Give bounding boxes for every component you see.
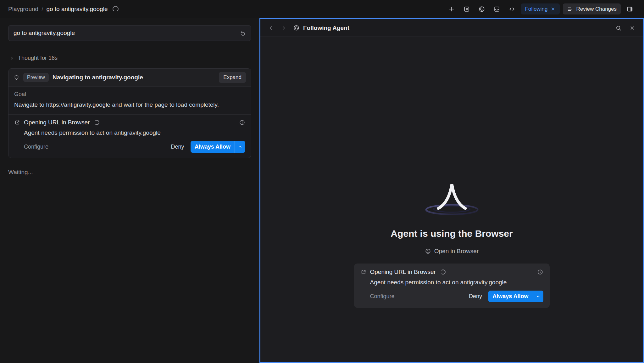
permission-actions: Configure Deny Always Allow bbox=[370, 291, 543, 302]
breadcrumb: Playground / go to antigravity.google bbox=[8, 6, 119, 13]
new-conversation-button[interactable] bbox=[446, 4, 458, 14]
goal-section: Goal Navigate to https://antigravity.goo… bbox=[8, 87, 251, 115]
permission-text: Agent needs permission to act on antigra… bbox=[370, 279, 543, 286]
move-to-editor-icon bbox=[463, 6, 470, 13]
code-icon bbox=[508, 6, 515, 13]
chevron-up-icon[interactable] bbox=[235, 141, 245, 153]
diff-list-icon bbox=[567, 6, 573, 12]
app-root: Playground / go to antigravity.google Fo… bbox=[0, 0, 644, 363]
close-icon[interactable] bbox=[550, 6, 556, 12]
task-card-header: Preview Navigating to antigravity.google… bbox=[8, 69, 251, 87]
following-agent-panel: Following Agent bbox=[259, 18, 644, 363]
goal-label: Goal bbox=[14, 91, 245, 98]
breadcrumb-root[interactable]: Playground bbox=[8, 6, 38, 13]
inbox-icon bbox=[493, 6, 500, 13]
forward-button[interactable] bbox=[279, 23, 289, 33]
topbar: Playground / go to antigravity.google Fo… bbox=[0, 0, 644, 18]
permission-card: Opening URL in Browser Agent needs permi… bbox=[354, 264, 550, 308]
chevron-up-icon[interactable] bbox=[533, 291, 543, 302]
preview-badge: Preview bbox=[23, 73, 49, 82]
browser-status-block: Agent is using the Browser Open in Brows… bbox=[354, 179, 550, 308]
close-panel-button[interactable] bbox=[627, 23, 637, 33]
main-split: Thought for 16s Preview Navigating to an… bbox=[0, 18, 644, 363]
status-text: Waiting... bbox=[8, 169, 251, 176]
loading-spinner-icon bbox=[441, 269, 446, 275]
antigravity-logo bbox=[419, 179, 485, 218]
task-card: Preview Navigating to antigravity.google… bbox=[8, 68, 251, 158]
following-chip[interactable]: Following bbox=[521, 3, 560, 14]
step-title: Opening URL in Browser bbox=[24, 119, 90, 126]
agent-panel-body: Agent is using the Browser Open in Brows… bbox=[260, 37, 643, 362]
agent-spiral-icon bbox=[478, 6, 485, 13]
info-icon[interactable] bbox=[239, 119, 245, 126]
close-icon bbox=[629, 25, 636, 31]
task-title: Navigating to antigravity.google bbox=[53, 74, 143, 81]
step-title-row: Opening URL in Browser bbox=[360, 269, 543, 275]
undo-icon bbox=[240, 30, 246, 37]
task-progress-spinner-icon bbox=[113, 6, 119, 12]
external-link-icon bbox=[360, 269, 367, 275]
always-allow-label: Always Allow bbox=[191, 141, 235, 153]
breadcrumb-current[interactable]: go to antigravity.google bbox=[46, 6, 108, 13]
thought-toggle[interactable]: Thought for 16s bbox=[9, 55, 251, 61]
step-title: Opening URL in Browser bbox=[370, 269, 436, 275]
agent-manager-button[interactable] bbox=[476, 4, 488, 14]
agent-browser-headline: Agent is using the Browser bbox=[391, 228, 513, 239]
following-label: Following bbox=[525, 6, 548, 12]
breadcrumb-separator: / bbox=[42, 6, 43, 13]
topbar-actions: Following Review Changes bbox=[446, 3, 636, 14]
deny-button[interactable]: Deny bbox=[170, 142, 186, 152]
external-link-icon bbox=[14, 119, 20, 126]
open-in-browser-label: Open in Browser bbox=[434, 248, 479, 255]
step-title-row: Opening URL in Browser bbox=[14, 119, 245, 126]
agent-header-actions bbox=[613, 23, 637, 33]
agent-title-wrap: Following Agent bbox=[293, 25, 349, 31]
layout-panel-icon bbox=[626, 6, 633, 13]
chevron-right-icon bbox=[280, 25, 287, 31]
review-changes-label: Review Changes bbox=[576, 6, 617, 12]
chevron-left-icon bbox=[268, 25, 274, 31]
configure-link[interactable]: Configure bbox=[24, 144, 48, 150]
browser-spiral-icon bbox=[425, 248, 431, 254]
configure-link[interactable]: Configure bbox=[370, 293, 395, 300]
always-allow-label: Always Allow bbox=[488, 291, 532, 302]
prompt-box bbox=[8, 25, 251, 41]
info-icon[interactable] bbox=[537, 269, 543, 275]
goal-text: Navigate to https://antigravity.google a… bbox=[14, 100, 245, 109]
browser-step: Opening URL in Browser Agent needs permi… bbox=[8, 115, 251, 158]
permission-buttons: Deny Always Allow bbox=[468, 291, 543, 302]
shield-icon bbox=[14, 75, 19, 81]
permission-actions: Configure Deny Always Allow bbox=[24, 141, 245, 153]
deny-button[interactable]: Deny bbox=[468, 291, 483, 302]
prompt-input[interactable] bbox=[14, 30, 237, 37]
review-changes-button[interactable]: Review Changes bbox=[563, 3, 621, 14]
agent-panel-header: Following Agent bbox=[260, 19, 643, 37]
back-button[interactable] bbox=[266, 23, 276, 33]
agent-spiral-icon bbox=[293, 25, 300, 31]
permission-text: Agent needs permission to act on antigra… bbox=[24, 129, 245, 136]
expand-button[interactable]: Expand bbox=[219, 72, 246, 83]
agent-panel-title: Following Agent bbox=[303, 25, 349, 31]
always-allow-button[interactable]: Always Allow bbox=[488, 291, 543, 302]
move-to-editor-button[interactable] bbox=[461, 4, 473, 14]
plus-icon bbox=[448, 6, 455, 13]
thought-label: Thought for 16s bbox=[18, 55, 58, 61]
conversation-panel: Thought for 16s Preview Navigating to an… bbox=[0, 18, 259, 363]
sidebar-toggle-button[interactable] bbox=[624, 4, 636, 14]
always-allow-button[interactable]: Always Allow bbox=[191, 141, 245, 153]
permission-buttons: Deny Always Allow bbox=[170, 141, 245, 153]
retry-button[interactable] bbox=[237, 27, 248, 39]
code-view-button[interactable] bbox=[506, 4, 518, 14]
search-button[interactable] bbox=[613, 23, 624, 33]
loading-spinner-icon bbox=[94, 120, 99, 125]
open-in-browser-button[interactable]: Open in Browser bbox=[425, 248, 479, 255]
chevron-right-icon bbox=[9, 56, 14, 60]
search-icon bbox=[615, 25, 622, 31]
inbox-button[interactable] bbox=[491, 4, 503, 14]
